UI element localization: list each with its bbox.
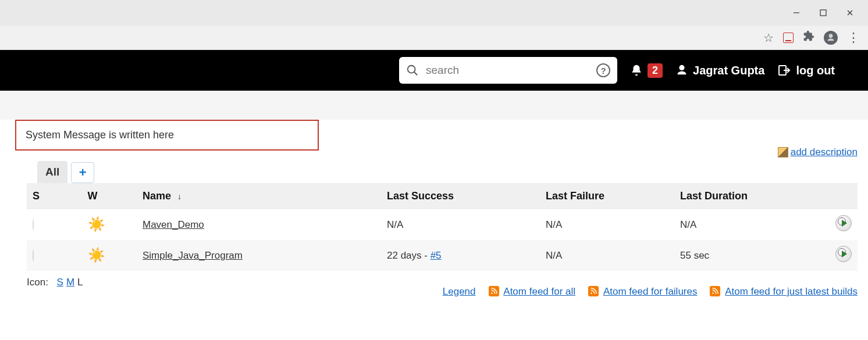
icon-size-picker: Icon: S M L — [27, 277, 83, 288]
col-header-actions — [821, 183, 858, 209]
rss-icon — [489, 286, 499, 296]
user-menu[interactable]: Jagrat Gupta — [675, 64, 764, 77]
legend-link[interactable]: Legend — [443, 286, 476, 298]
weather-sun-icon: ☀️ — [88, 247, 105, 263]
last-success-text: 22 days - — [387, 250, 431, 261]
schedule-build-button[interactable] — [835, 215, 852, 231]
os-titlebar — [0, 0, 868, 26]
pencil-icon — [778, 147, 788, 158]
feed-all-link[interactable]: Atom feed for all — [503, 286, 575, 297]
rss-icon — [710, 286, 720, 296]
logout-icon — [777, 63, 791, 77]
add-description-label[interactable]: add description — [791, 146, 858, 158]
search-icon — [406, 64, 419, 77]
app-header: ? 2 Jagrat Gupta log out — [0, 50, 868, 91]
job-name-link[interactable]: Maven_Demo — [143, 219, 204, 230]
notification-badge: 2 — [648, 63, 663, 78]
sort-down-icon: ↓ — [177, 192, 182, 201]
notifications[interactable]: 2 — [630, 63, 663, 78]
rss-icon — [588, 286, 599, 296]
status-ball-icon — [33, 219, 34, 231]
svg-point-9 — [713, 292, 714, 294]
status-ball-icon — [33, 249, 34, 262]
search-help-icon[interactable]: ? — [596, 63, 610, 77]
person-icon — [675, 64, 688, 77]
weather-sun-icon: ☀️ — [88, 216, 105, 232]
mcafee-extension-icon[interactable] — [783, 33, 794, 43]
svg-point-8 — [590, 292, 592, 294]
jobs-table: S W Name ↓ Last Success Last Failure Las… — [27, 183, 858, 271]
col-header-name-label: Name — [143, 190, 171, 202]
job-name-link[interactable]: Simple_Java_Program — [143, 250, 243, 261]
sub-header-band — [0, 91, 868, 120]
browser-menu-kebab-icon[interactable]: ⋮ — [847, 30, 860, 45]
last-success-text: N/A — [387, 219, 403, 230]
icon-size-l: L — [77, 277, 83, 288]
user-name-label: Jagrat Gupta — [693, 64, 764, 77]
icon-size-m[interactable]: M — [66, 277, 74, 288]
search-input[interactable] — [425, 63, 590, 77]
table-row: ☀️ Simple_Java_Program 22 days - #5 N/A … — [27, 240, 858, 271]
logout-button[interactable]: log out — [777, 63, 835, 77]
search-box[interactable]: ? — [399, 57, 617, 84]
bell-icon — [630, 64, 643, 77]
window-minimize-button[interactable] — [783, 3, 810, 22]
window-close-button[interactable] — [837, 3, 863, 22]
svg-line-5 — [414, 72, 418, 76]
schedule-build-button[interactable] — [835, 246, 852, 262]
feed-links: Legend Atom feed for all Atom feed for f… — [443, 286, 858, 298]
last-duration-text: 55 sec — [674, 240, 821, 271]
window-maximize-button[interactable] — [810, 3, 837, 22]
bookmark-star-icon[interactable]: ☆ — [763, 31, 774, 45]
last-duration-text: N/A — [674, 209, 821, 240]
view-tabs: All + — [37, 161, 858, 183]
col-header-last-duration[interactable]: Last Duration — [674, 183, 821, 209]
col-header-last-failure[interactable]: Last Failure — [540, 183, 674, 209]
last-failure-text: N/A — [540, 209, 674, 240]
extensions-puzzle-icon[interactable] — [803, 30, 814, 45]
feed-failures-link[interactable]: Atom feed for failures — [603, 286, 698, 297]
svg-rect-1 — [820, 10, 826, 16]
tab-add-button[interactable]: + — [71, 162, 94, 183]
build-number-link[interactable]: #5 — [431, 250, 442, 261]
col-header-last-success[interactable]: Last Success — [381, 183, 540, 209]
browser-profile-avatar-icon[interactable] — [824, 31, 838, 45]
icon-size-s[interactable]: S — [57, 277, 63, 288]
browser-toolbar: ☆ ⋮ — [0, 26, 868, 50]
svg-point-7 — [491, 292, 493, 294]
tab-all[interactable]: All — [37, 161, 67, 183]
table-row: ☀️ Maven_Demo N/A N/A N/A — [27, 209, 858, 240]
feed-latest-link[interactable]: Atom feed for just latest builds — [725, 286, 858, 297]
system-message: System Message is written here — [15, 120, 319, 151]
col-header-weather[interactable]: W — [82, 183, 137, 209]
add-description-link[interactable]: add description — [778, 146, 858, 158]
icon-size-label: Icon: — [27, 277, 48, 288]
svg-point-4 — [408, 66, 415, 73]
col-header-status[interactable]: S — [27, 183, 82, 209]
logout-label: log out — [796, 64, 835, 77]
last-failure-text: N/A — [540, 240, 674, 271]
col-header-name[interactable]: Name ↓ — [137, 183, 381, 209]
